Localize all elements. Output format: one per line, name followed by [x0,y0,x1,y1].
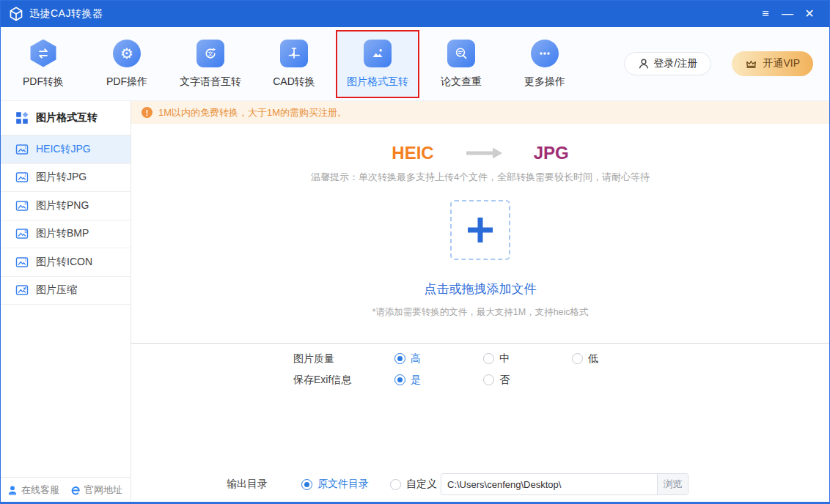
sidebar-item-label: 图片转PNG [36,199,89,212]
app-window: 迅捷CAJ转换器 ≡ — ✕ PDF转换 ⚙ PDF操作 文 文字语 [0,0,830,504]
person-icon [638,58,650,70]
output-row: 输出目录 原文件目录 自定义 浏览 [131,471,829,497]
crosshair-icon [280,40,308,67]
top-navbar: PDF转换 ⚙ PDF操作 文 文字语音互转 CAD转换 [1,27,829,101]
radio-exif-no[interactable]: 否 [483,374,572,387]
login-button[interactable]: 登录/注册 [624,52,712,75]
nav-right: 登录/注册 开通VIP [624,51,829,76]
radio-label: 否 [499,374,510,387]
nav-label: 图片格式互转 [347,75,408,89]
nav-item-text-speech[interactable]: 文 文字语音互转 [169,30,252,98]
radio-label: 高 [411,352,421,366]
main-content: ! 1M以内的免费转换，大于1M的需购买注册。 HEIC JPG 温馨提示：单次… [131,101,829,502]
crown-icon [745,58,757,70]
minimize-icon[interactable]: — [776,1,798,27]
output-path-input[interactable] [441,474,657,494]
warning-icon: ! [142,107,153,118]
sidebar-item-label: 图片转ICON [36,256,92,269]
vip-button[interactable]: 开通VIP [732,51,813,76]
menu-icon[interactable]: ≡ [754,1,776,27]
image-file-icon: J [15,171,29,184]
online-support-link[interactable]: 在线客服 [7,483,59,497]
svg-text:J: J [24,173,26,178]
nav-label: PDF转换 [23,75,64,89]
close-icon[interactable]: ✕ [798,1,820,27]
nav-item-image-format[interactable]: 图片格式互转 [336,30,419,98]
option-label: 保存Exif信息 [293,374,394,387]
notice-banner: ! 1M以内的免费转换，大于1M的需购买注册。 [131,101,829,124]
gear-glyph: ⚙ [120,46,133,61]
image-file-icon: J [15,143,29,156]
svg-text:I: I [25,258,26,262]
sidebar-item-image-to-icon[interactable]: I 图片转ICON [1,248,131,277]
sidebar-item-heic-to-jpg[interactable]: J HEIC转JPG [1,136,131,164]
sidebar-item-image-to-bmp[interactable]: B 图片转BMP [1,220,131,249]
option-row-quality: 图片质量 高 中 低 [131,348,829,369]
app-title: 迅捷CAJ转换器 [29,7,103,21]
radio-dot [390,479,401,490]
compress-image-icon [15,284,29,297]
titlebar: 迅捷CAJ转换器 ≡ — ✕ [1,1,829,27]
grid-icon [15,111,29,125]
search-doc-icon [447,40,475,67]
radio-dot [301,479,312,490]
add-files-dropzone[interactable] [450,200,510,260]
nav-item-pdf-convert[interactable]: PDF转换 [1,30,85,98]
sidebar: 图片格式互转 J HEIC转JPG J 图片转JPG P 图片转PNG B 图片… [1,101,131,502]
radio-output-custom[interactable]: 自定义 [390,478,441,491]
radio-exif-yes[interactable]: 是 [394,374,483,387]
online-support-label: 在线客服 [21,483,59,497]
text-refresh-icon: 文 [197,40,224,67]
nav-item-cad-convert[interactable]: CAD转换 [252,30,336,98]
options-panel: 图片质量 高 中 低 保存Exif信息 [131,343,829,471]
sidebar-item-label: 图片转JPG [36,171,87,184]
notice-text: 1M以内的免费转换，大于1M的需购买注册。 [158,106,347,119]
image-file-icon: B [15,227,29,240]
nav-item-more[interactable]: 更多操作 [503,30,587,98]
nav-item-paper-check[interactable]: 论文查重 [419,30,503,98]
radio-dot [483,353,494,364]
option-row-exif: 保存Exif信息 是 否 [131,369,829,390]
radio-output-source-dir[interactable]: 原文件目录 [301,478,390,491]
nav-label: CAD转换 [273,75,315,89]
sidebar-item-image-to-jpg[interactable]: J 图片转JPG [1,164,131,193]
radio-dot [572,353,583,364]
support-person-icon [7,484,18,496]
radio-label: 原文件目录 [317,478,369,491]
nav-item-pdf-ops[interactable]: ⚙ PDF操作 [85,30,169,98]
radio-dot [483,374,494,385]
sidebar-header-label: 图片格式互转 [36,111,98,125]
sidebar-item-image-compress[interactable]: 图片压缩 [1,277,131,305]
login-label: 登录/注册 [654,57,698,70]
nav-label: 论文查重 [441,75,482,89]
svg-text:B: B [24,229,27,234]
format-row: HEIC JPG [392,143,568,163]
arrow-right-icon [465,147,503,159]
app-logo-icon [8,6,24,22]
website-label: 官网地址 [84,483,122,497]
plus-icon [465,215,496,245]
image-file-icon: I [15,256,29,269]
option-label: 图片质量 [293,352,394,366]
svg-text:J: J [24,145,26,150]
swap-arrows-icon [29,40,57,67]
browse-button[interactable]: 浏览 [657,474,688,494]
sidebar-spacer [1,305,131,477]
output-label: 输出目录 [227,478,301,491]
sidebar-item-label: HEIC转JPG [36,143,91,156]
radio-quality-medium[interactable]: 中 [483,352,572,366]
sidebar-item-image-to-png[interactable]: P 图片转PNG [1,192,131,220]
sidebar-footer: 在线客服 官网地址 [1,477,131,502]
nav-label: 更多操作 [524,75,565,89]
nav-label: PDF操作 [106,75,147,89]
radio-label: 低 [588,352,598,366]
add-files-label[interactable]: 点击或拖拽添加文件 [425,281,537,297]
sidebar-item-label: 图片转BMP [36,227,89,240]
format-to: JPG [534,143,569,163]
radio-quality-high[interactable]: 高 [394,352,483,366]
add-files-note: *请添加需要转换的文件，最大支持1M，支持heic格式 [372,306,588,319]
website-link[interactable]: 官网地址 [70,483,122,497]
convert-area: HEIC JPG 温馨提示：单次转换最多支持上传4个文件，全部转换需要较长时间，… [131,124,829,343]
radio-quality-low[interactable]: 低 [572,352,661,366]
sidebar-item-label: 图片压缩 [36,284,77,297]
